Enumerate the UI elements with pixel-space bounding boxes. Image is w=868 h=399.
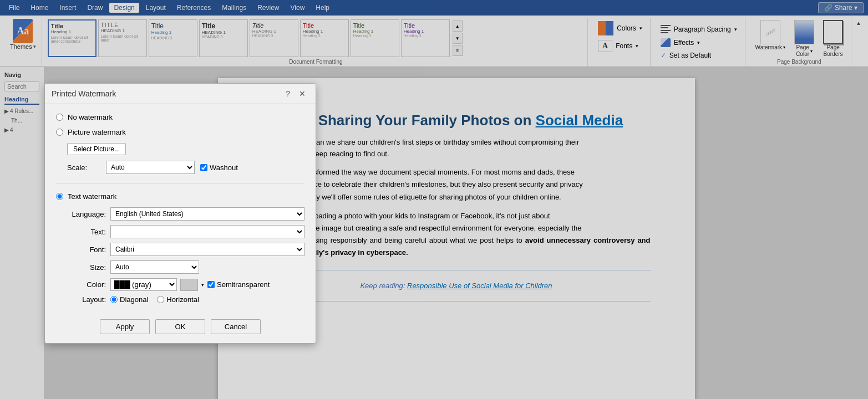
size-select[interactable]: Auto 10121416 18202436 4872	[110, 260, 199, 274]
text-row: Text:	[67, 225, 304, 238]
dialog-help-btn[interactable]: ?	[282, 88, 293, 99]
semitransparent-label: Semitransparent	[217, 280, 270, 289]
dialog-footer: Apply OK Cancel	[45, 313, 316, 343]
no-watermark-option[interactable]: No watermark	[56, 113, 304, 121]
color-label: Color:	[67, 280, 106, 289]
scale-row: Scale: Auto 50% 100% 150% 200% Washout	[67, 161, 304, 174]
picture-watermark-options: Select Picture... Scale: Auto 50% 100% 1…	[56, 143, 304, 174]
no-watermark-label: No watermark	[68, 113, 113, 121]
select-picture-row: Select Picture...	[67, 143, 304, 155]
font-label: Font:	[67, 245, 106, 254]
semitransparent-checkbox[interactable]	[207, 281, 215, 288]
layout-row: Layout: Diagonal Horizontal	[67, 295, 304, 304]
printed-watermark-dialog: Printed Watermark ? ✕ No watermark Pictu…	[44, 83, 316, 344]
font-row: Font: Calibri Arial Times New Roman	[67, 243, 304, 256]
color-select[interactable]: ███ (gray)	[110, 278, 177, 291]
washout-checkbox[interactable]	[200, 164, 207, 171]
color-swatch	[180, 279, 198, 291]
no-watermark-radio[interactable]	[56, 114, 63, 121]
layout-label: Layout:	[67, 295, 106, 304]
divider	[56, 183, 304, 183]
dialog-title: Printed Watermark	[52, 89, 116, 98]
scale-label: Scale:	[67, 163, 100, 172]
scale-select[interactable]: Auto 50% 100% 150% 200%	[106, 161, 195, 174]
dialog-title-buttons: ? ✕	[282, 88, 309, 99]
horizontal-radio[interactable]	[157, 296, 164, 303]
washout-label: Washout	[210, 163, 238, 172]
select-picture-btn[interactable]: Select Picture...	[67, 143, 126, 155]
text-watermark-label: Text watermark	[68, 192, 116, 201]
cancel-btn[interactable]: Cancel	[211, 319, 261, 334]
language-select[interactable]: English (United States)	[110, 207, 304, 221]
dialog-body: No watermark Picture watermark Select Pi…	[45, 104, 316, 313]
horizontal-option[interactable]: Horizontal	[157, 295, 199, 304]
language-row: Language: English (United States)	[67, 207, 304, 221]
size-label: Size:	[67, 263, 106, 272]
text-label: Text:	[67, 228, 106, 236]
text-watermark-radio[interactable]	[56, 193, 63, 200]
dialog-overlay: Printed Watermark ? ✕ No watermark Pictu…	[0, 0, 868, 399]
size-row: Size: Auto 10121416 18202436 4872	[67, 260, 304, 274]
text-select[interactable]	[110, 225, 304, 238]
color-dropdown-arrow: ▾	[201, 282, 204, 288]
ok-btn[interactable]: OK	[155, 319, 205, 334]
diagonal-radio[interactable]	[110, 296, 118, 303]
text-watermark-option[interactable]: Text watermark	[56, 192, 304, 201]
horizontal-label: Horizontal	[166, 295, 199, 304]
dialog-close-btn[interactable]: ✕	[296, 88, 309, 99]
apply-btn[interactable]: Apply	[100, 319, 150, 334]
text-watermark-options: Language: English (United States) Text: …	[56, 207, 304, 304]
semitransparent-option[interactable]: Semitransparent	[207, 280, 270, 289]
layout-options: Diagonal Horizontal	[110, 295, 199, 304]
font-select[interactable]: Calibri Arial Times New Roman	[110, 243, 304, 256]
diagonal-label: Diagonal	[120, 295, 148, 304]
language-label: Language:	[67, 210, 106, 218]
picture-watermark-radio[interactable]	[56, 129, 63, 136]
dialog-title-bar: Printed Watermark ? ✕	[45, 84, 316, 104]
washout-option[interactable]: Washout	[200, 163, 238, 172]
diagonal-option[interactable]: Diagonal	[110, 295, 148, 304]
color-row: Color: ███ (gray) ▾ Semitransparent	[67, 278, 304, 291]
picture-watermark-option[interactable]: Picture watermark	[56, 128, 304, 136]
picture-watermark-label: Picture watermark	[68, 128, 126, 136]
